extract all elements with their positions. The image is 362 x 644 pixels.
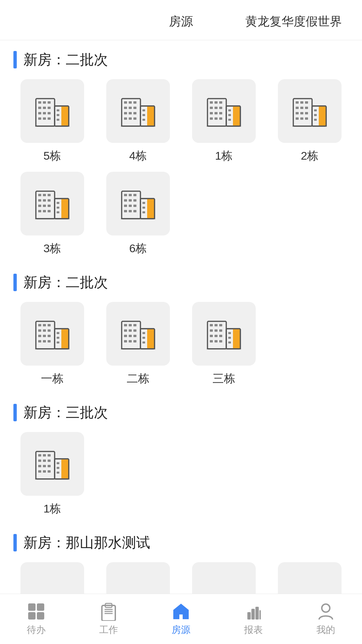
- svg-rect-48: [215, 107, 218, 109]
- svg-rect-183: [233, 329, 236, 349]
- svg-rect-207: [57, 467, 59, 469]
- svg-rect-111: [129, 199, 132, 202]
- building-item[interactable]: 6栋: [99, 172, 177, 256]
- building-icon: [291, 93, 328, 129]
- section-bar-indicator: [13, 534, 17, 551]
- building-item[interactable]: 一栋: [13, 302, 91, 386]
- svg-rect-108: [124, 205, 127, 207]
- nav-item-待办[interactable]: 待办: [0, 594, 72, 644]
- svg-rect-149: [124, 329, 127, 332]
- building-label: 2栋: [301, 148, 319, 164]
- building-item[interactable]: 5栋: [13, 79, 91, 164]
- svg-rect-116: [133, 205, 136, 207]
- svg-rect-211: [37, 603, 44, 611]
- building-item[interactable]: 二栋: [99, 302, 177, 386]
- svg-rect-7: [43, 112, 46, 114]
- nav-label: 报表: [244, 624, 263, 636]
- building-icon: [205, 315, 242, 352]
- svg-rect-92: [43, 210, 46, 212]
- building-icon-wrapper: [106, 172, 170, 235]
- svg-rect-129: [38, 335, 41, 337]
- svg-rect-190: [38, 454, 41, 457]
- svg-rect-221: [255, 607, 259, 620]
- building-icon-wrapper: [20, 302, 84, 366]
- svg-rect-154: [129, 335, 132, 337]
- svg-rect-96: [48, 210, 51, 212]
- svg-rect-28: [129, 112, 132, 114]
- svg-rect-23: [124, 107, 127, 109]
- svg-rect-179: [219, 335, 222, 337]
- main-content: 新房：二批次5栋4栋1栋2栋3栋6栋新房：二批次一栋二栋三栋新房：三批次1栋新房…: [0, 40, 362, 644]
- svg-rect-141: [61, 329, 65, 349]
- building-label: 三栋: [213, 371, 235, 386]
- svg-rect-193: [38, 470, 41, 473]
- svg-rect-176: [215, 340, 218, 342]
- svg-rect-219: [247, 612, 251, 620]
- building-icon: [120, 185, 157, 222]
- svg-rect-175: [215, 335, 218, 337]
- svg-rect-174: [215, 329, 218, 332]
- svg-rect-101: [57, 202, 59, 204]
- section-bar-indicator: [13, 51, 17, 68]
- svg-rect-156: [133, 324, 136, 326]
- svg-rect-11: [48, 112, 51, 114]
- svg-rect-53: [219, 112, 222, 114]
- svg-rect-12: [48, 117, 51, 120]
- svg-rect-204: [61, 459, 65, 479]
- svg-rect-3: [38, 112, 41, 114]
- svg-rect-109: [124, 210, 127, 212]
- svg-rect-120: [147, 199, 150, 219]
- svg-rect-66: [296, 112, 299, 114]
- nav-item-房源[interactable]: 房源: [145, 594, 217, 644]
- section-title: 新房：那山那水测试: [23, 533, 150, 552]
- svg-rect-80: [314, 109, 317, 111]
- svg-rect-73: [305, 107, 308, 109]
- building-item[interactable]: 三栋: [185, 302, 263, 386]
- building-item[interactable]: 2栋: [271, 79, 349, 164]
- section-header-1: 新房：二批次: [13, 50, 349, 69]
- nav-item-报表[interactable]: 报表: [217, 594, 290, 644]
- svg-rect-197: [43, 470, 46, 473]
- svg-rect-18: [57, 114, 59, 116]
- building-label: 1栋: [215, 148, 233, 164]
- svg-rect-212: [28, 612, 36, 620]
- svg-rect-94: [48, 199, 51, 202]
- svg-rect-166: [142, 341, 145, 343]
- building-item[interactable]: 1栋: [185, 79, 263, 164]
- building-item[interactable]: 4栋: [99, 79, 177, 164]
- section-header-4: 新房：那山那水测试: [13, 533, 349, 552]
- building-icon-wrapper: [20, 79, 84, 143]
- nav-item-我的[interactable]: 我的: [290, 594, 362, 644]
- svg-rect-59: [228, 109, 231, 111]
- nav-item-工作[interactable]: 工作: [72, 594, 145, 644]
- svg-rect-135: [48, 324, 51, 326]
- section-1: 新房：二批次5栋4栋1栋2栋3栋6栋: [13, 50, 349, 256]
- user-icon: [316, 602, 335, 621]
- svg-rect-153: [129, 329, 132, 332]
- svg-rect-137: [48, 335, 51, 337]
- svg-rect-134: [43, 340, 46, 342]
- building-icon-wrapper: [106, 302, 170, 366]
- svg-rect-8: [43, 117, 46, 120]
- svg-rect-131: [43, 324, 46, 326]
- svg-rect-106: [124, 194, 127, 196]
- building-icon-wrapper: [192, 79, 256, 143]
- svg-rect-165: [142, 337, 145, 339]
- svg-rect-196: [43, 465, 46, 467]
- nav-label: 我的: [316, 624, 335, 636]
- svg-rect-122: [142, 202, 145, 204]
- svg-rect-128: [38, 329, 41, 332]
- svg-rect-31: [133, 107, 136, 109]
- svg-rect-178: [219, 329, 222, 332]
- building-item[interactable]: 3栋: [13, 172, 91, 256]
- chart-icon: [244, 602, 263, 621]
- svg-rect-191: [38, 460, 41, 462]
- svg-rect-132: [43, 329, 46, 332]
- svg-rect-127: [38, 324, 41, 326]
- svg-rect-86: [38, 199, 41, 202]
- svg-rect-82: [314, 119, 317, 121]
- svg-rect-123: [142, 207, 145, 209]
- building-item[interactable]: 1栋: [13, 432, 91, 517]
- nav-label: 房源: [172, 624, 190, 636]
- svg-rect-70: [300, 112, 303, 114]
